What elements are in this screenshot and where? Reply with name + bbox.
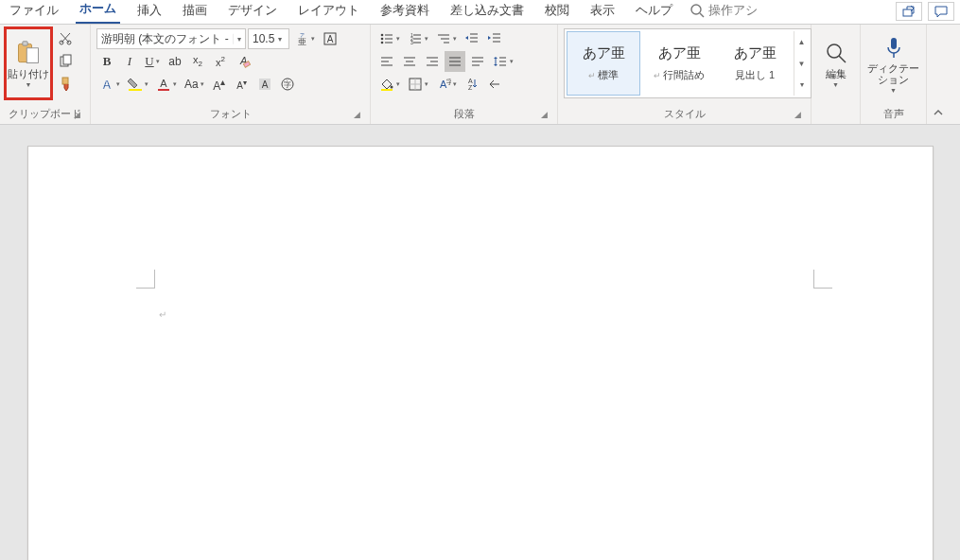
asian-layout-button[interactable]: A字 bbox=[433, 74, 460, 95]
numbering-icon: 123 bbox=[408, 31, 423, 46]
multilevel-button[interactable] bbox=[433, 28, 460, 49]
gallery-up[interactable]: ▲ bbox=[794, 31, 809, 53]
outdent-icon bbox=[464, 31, 480, 46]
styles-launcher[interactable]: ◢ bbox=[792, 110, 803, 121]
text-effects-button[interactable]: A bbox=[96, 74, 123, 95]
gallery-more[interactable]: ▾ bbox=[794, 74, 809, 96]
highlight-button[interactable] bbox=[125, 74, 151, 95]
gallery-down[interactable]: ▼ bbox=[794, 53, 809, 75]
tab-help[interactable]: ヘルプ bbox=[632, 0, 676, 24]
group-clipboard: 貼り付け ▼ クリップボード ◢ bbox=[0, 25, 91, 124]
distribute-button[interactable] bbox=[467, 51, 488, 72]
bold-button[interactable]: B bbox=[96, 51, 117, 72]
line-spacing-button[interactable] bbox=[490, 51, 516, 72]
tab-references[interactable]: 参考資料 bbox=[376, 0, 433, 24]
style-name-label: 行間詰め bbox=[663, 69, 705, 80]
editing-button[interactable]: 編集 ▼ bbox=[817, 28, 854, 98]
align-left-button[interactable] bbox=[376, 51, 397, 72]
comments-button[interactable] bbox=[928, 2, 954, 21]
italic-button[interactable]: I bbox=[119, 51, 140, 72]
font-color-icon: A bbox=[156, 77, 171, 92]
svg-text:A: A bbox=[160, 78, 167, 89]
svg-point-27 bbox=[381, 34, 384, 37]
tab-mailings[interactable]: 差し込み文書 bbox=[446, 0, 528, 24]
tab-review[interactable]: 校閲 bbox=[541, 0, 573, 24]
char-shading-button[interactable]: A bbox=[254, 74, 275, 95]
svg-rect-12 bbox=[62, 78, 68, 84]
tab-file[interactable]: ファイル bbox=[6, 0, 62, 24]
svg-point-67 bbox=[391, 86, 393, 89]
align-center-button[interactable] bbox=[399, 51, 420, 72]
copy-icon bbox=[58, 54, 73, 69]
align-center-icon bbox=[402, 54, 417, 69]
style-heading1[interactable]: あア亜 見出し 1 bbox=[718, 31, 792, 96]
chevron-up-icon bbox=[933, 107, 944, 118]
grow-font-button[interactable]: A▴ bbox=[209, 74, 230, 95]
group-styles: あア亜 ↵ 標準 あア亜 ↵ 行間詰め あア亜 見出し 1 ▲ ▼ ▾ bbox=[558, 25, 812, 124]
underline-button[interactable]: U bbox=[142, 51, 163, 72]
scissors-icon bbox=[58, 31, 73, 46]
character-border-button[interactable]: A bbox=[320, 28, 340, 49]
change-case-button[interactable]: Aa bbox=[182, 74, 207, 95]
copy-button[interactable] bbox=[55, 51, 76, 72]
paragraph-launcher[interactable]: ◢ bbox=[538, 110, 550, 121]
ruby-icon: ア亜 bbox=[294, 31, 309, 46]
svg-text:A: A bbox=[327, 34, 334, 44]
ribbon-collapse[interactable] bbox=[927, 25, 950, 124]
svg-rect-5 bbox=[26, 47, 38, 62]
multilevel-icon bbox=[436, 31, 451, 46]
tab-insert[interactable]: 挿入 bbox=[133, 0, 166, 24]
paste-button[interactable]: 貼り付け ▼ bbox=[6, 28, 51, 98]
numbering-button[interactable]: 123 bbox=[405, 28, 431, 49]
share-button[interactable] bbox=[896, 2, 922, 21]
svg-rect-22 bbox=[158, 89, 169, 91]
paste-label: 貼り付け bbox=[8, 68, 49, 79]
group-editing: 編集 ▼ . bbox=[812, 25, 861, 124]
highlighter-icon bbox=[128, 77, 143, 92]
group-paragraph-label: 段落 bbox=[454, 108, 475, 119]
tab-draw[interactable]: 描画 bbox=[179, 0, 211, 24]
shrink-font-button[interactable]: A▾ bbox=[232, 74, 253, 95]
group-voice-label: 音声 bbox=[883, 108, 904, 119]
strikethrough-button[interactable]: ab bbox=[165, 51, 185, 72]
document-page[interactable]: ↵ bbox=[27, 146, 934, 560]
tab-view[interactable]: 表示 bbox=[586, 0, 619, 24]
svg-text:A: A bbox=[102, 78, 112, 92]
format-painter-button[interactable] bbox=[55, 74, 76, 95]
dictate-button[interactable]: ディクテーション ▼ bbox=[866, 28, 920, 98]
group-paragraph: 123 bbox=[371, 25, 558, 124]
superscript-button[interactable]: x2 bbox=[210, 51, 231, 72]
show-marks-button[interactable] bbox=[484, 74, 505, 95]
style-normal[interactable]: あア亜 ↵ 標準 bbox=[567, 31, 640, 96]
font-launcher[interactable]: ◢ bbox=[351, 110, 362, 121]
sort-button[interactable]: AZ bbox=[462, 74, 482, 95]
borders-icon bbox=[408, 77, 423, 92]
tell-me-search[interactable]: 操作アシ bbox=[689, 2, 758, 24]
increase-indent-button[interactable] bbox=[484, 28, 505, 49]
cut-button[interactable] bbox=[55, 28, 76, 49]
margin-mark-top-left bbox=[136, 270, 155, 289]
font-name-combo[interactable]: 游明朝 (本文のフォント - 日 ▾ bbox=[96, 28, 246, 49]
decrease-indent-button[interactable] bbox=[462, 28, 482, 49]
tab-design[interactable]: デザイン bbox=[224, 0, 281, 24]
char-border-icon: A bbox=[323, 31, 338, 46]
group-font: 游明朝 (本文のフォント - 日 ▾ 10.5 ▾ ア亜 A B I U ab bbox=[91, 25, 371, 124]
subscript-button[interactable]: x2 bbox=[187, 51, 208, 72]
tab-home[interactable]: ホーム bbox=[76, 0, 120, 24]
clear-formatting-button[interactable]: A bbox=[233, 51, 253, 72]
font-size-combo[interactable]: 10.5 ▾ bbox=[248, 28, 289, 49]
phonetic-guide-button[interactable]: ア亜 bbox=[291, 28, 318, 49]
font-size-value: 10.5 bbox=[253, 32, 274, 45]
align-right-button[interactable] bbox=[422, 51, 443, 72]
enclose-char-button[interactable]: 字 bbox=[277, 74, 298, 95]
justify-button[interactable] bbox=[445, 51, 465, 72]
svg-point-0 bbox=[691, 5, 701, 14]
tab-layout[interactable]: レイアウト bbox=[294, 0, 363, 24]
clipboard-launcher[interactable]: ◢ bbox=[71, 110, 82, 121]
style-no-spacing[interactable]: あア亜 ↵ 行間詰め bbox=[642, 31, 716, 96]
borders-button[interactable] bbox=[405, 74, 431, 95]
bullets-button[interactable] bbox=[376, 28, 403, 49]
shading-button[interactable] bbox=[376, 74, 403, 95]
search-icon bbox=[689, 3, 705, 18]
font-color-button[interactable]: A bbox=[153, 74, 180, 95]
